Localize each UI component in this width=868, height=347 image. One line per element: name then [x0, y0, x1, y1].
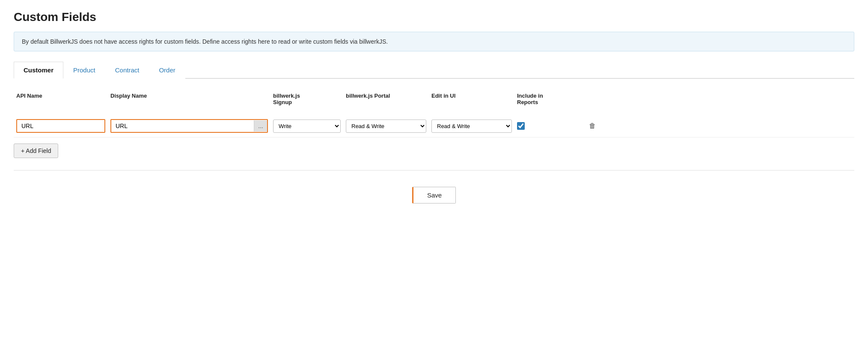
- col-portal: billwerk.js Portal: [343, 91, 429, 107]
- page-title: Custom Fields: [14, 10, 854, 24]
- tab-product[interactable]: Product: [63, 62, 105, 79]
- col-api-name: API Name: [14, 91, 108, 107]
- col-reports: Include in Reports: [514, 91, 583, 107]
- col-actions: [583, 91, 604, 107]
- reports-cell: [514, 120, 583, 132]
- tab-order[interactable]: Order: [149, 62, 185, 79]
- col-signup: billwerk.js Signup: [271, 91, 343, 107]
- reports-checkbox[interactable]: [517, 122, 525, 130]
- portal-cell: None Read Write Read & Write: [343, 118, 429, 135]
- tabs-container: Customer Product Contract Order: [14, 62, 854, 79]
- delete-cell: 🗑: [583, 119, 604, 133]
- edit-ui-select[interactable]: None Read Write Read & Write: [431, 120, 512, 133]
- display-name-cell: ...: [108, 117, 271, 135]
- tab-contract[interactable]: Contract: [105, 62, 149, 79]
- delete-row-button[interactable]: 🗑: [586, 120, 599, 132]
- table-row: ... None Read Write Read & Write None Re…: [14, 115, 854, 138]
- tab-customer[interactable]: Customer: [14, 62, 63, 79]
- signup-cell: None Read Write Read & Write: [271, 118, 343, 135]
- edit-ui-cell: None Read Write Read & Write: [429, 118, 514, 135]
- display-name-dots-button[interactable]: ...: [254, 120, 267, 132]
- save-button[interactable]: Save: [412, 187, 456, 203]
- col-edit-ui: Edit in UI: [429, 91, 514, 107]
- signup-select[interactable]: None Read Write Read & Write: [273, 120, 341, 133]
- display-name-wrapper: ...: [110, 119, 268, 133]
- portal-select[interactable]: None Read Write Read & Write: [346, 120, 426, 133]
- api-name-cell: [14, 117, 108, 135]
- api-name-input[interactable]: [16, 119, 105, 133]
- info-banner: By default BillwerkJS does not have acce…: [14, 32, 854, 51]
- add-field-button[interactable]: + Add Field: [14, 144, 58, 158]
- col-display-name: Display Name: [108, 91, 271, 107]
- footer-divider: [14, 170, 854, 171]
- footer-actions: Save: [14, 182, 854, 208]
- display-name-input[interactable]: [111, 120, 254, 132]
- table-header: API Name Display Name billwerk.js Signup…: [14, 91, 854, 111]
